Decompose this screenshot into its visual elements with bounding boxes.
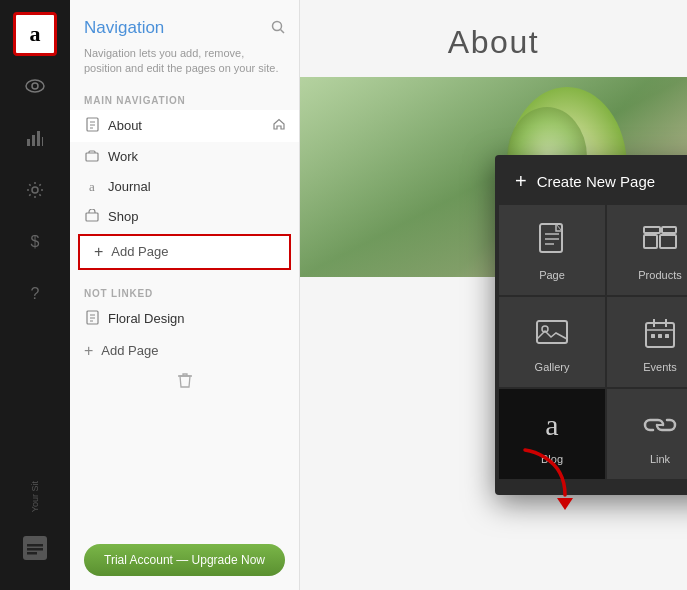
upgrade-button[interactable]: Trial Account — Upgrade Now [84,544,285,576]
add-page-button[interactable]: + Add Page [78,234,291,270]
nav-item-shop-label: Shop [108,209,138,224]
nav-header: Navigation [70,0,299,46]
svg-rect-14 [86,153,98,161]
add-page-lower-label: Add Page [101,343,158,358]
svg-rect-2 [27,139,30,146]
not-linked-label: NOT LINKED [70,282,299,303]
nav-item-journal-label: Journal [108,179,151,194]
create-new-page-popup: + Create New Page Page [495,155,687,495]
navigation-panel: Navigation Navigation lets you add, remo… [70,0,300,590]
popup-grid: Page Products [495,205,687,479]
help-icon[interactable]: ? [13,272,57,316]
shop-icon [84,209,100,225]
popup-item-blog-label: Blog [541,453,563,465]
nav-item-floral-label: Floral Design [108,311,185,326]
nav-title: Navigation [84,18,164,38]
popup-item-link[interactable]: Link [607,389,687,479]
svg-rect-19 [660,235,676,248]
popup-item-products[interactable]: Products [607,205,687,295]
svg-rect-20 [644,227,660,233]
popup-item-link-label: Link [650,453,670,465]
svg-line-12 [281,30,285,34]
svg-point-11 [273,22,282,31]
add-page-label: Add Page [111,244,168,259]
floral-page-icon [84,310,100,328]
popup-item-products-label: Products [638,269,681,281]
plus-icon: + [94,243,103,261]
popup-item-gallery[interactable]: Gallery [499,297,605,387]
svg-rect-28 [658,334,662,338]
svg-rect-3 [32,135,35,146]
main-nav-label: MAIN NAVIGATION [70,89,299,110]
popup-item-page[interactable]: Page [499,205,605,295]
nav-item-about[interactable]: About [70,110,299,142]
nav-item-journal[interactable]: a Journal [70,172,299,202]
main-content: About + Create New Page [300,0,687,590]
dark-sidebar: a $ ? Your Sit [0,0,70,590]
add-page-lower-button[interactable]: + Add Page [70,335,299,367]
svg-rect-17 [540,224,562,252]
eye-icon[interactable] [13,64,57,108]
site-label[interactable]: Your Sit [30,481,40,512]
search-icon[interactable] [271,20,285,37]
popup-title: Create New Page [537,173,655,190]
popup-item-events-label: Events [643,361,677,373]
gallery-type-icon [534,315,570,351]
journal-icon: a [84,179,100,195]
nav-item-work[interactable]: Work [70,142,299,172]
popup-item-page-label: Page [539,269,565,281]
home-icon [273,118,285,133]
nav-item-floral-design[interactable]: Floral Design [70,303,299,335]
svg-marker-34 [557,498,573,510]
svg-rect-27 [651,334,655,338]
svg-point-0 [26,80,44,92]
nav-description: Navigation lets you add, remove, positio… [70,46,299,89]
popup-header: + Create New Page [495,155,687,205]
svg-rect-29 [665,334,669,338]
page-type-icon [534,223,570,259]
svg-point-6 [32,187,38,193]
products-type-icon [642,223,678,259]
plus-lower-icon: + [84,342,93,360]
svg-rect-18 [644,235,657,248]
events-type-icon [642,315,678,351]
settings-icon[interactable] [13,168,57,212]
nav-item-about-label: About [108,118,142,133]
svg-rect-9 [27,548,43,551]
svg-rect-4 [37,131,40,146]
page-icon [84,117,100,135]
link-type-icon [642,407,678,443]
user-avatar[interactable]: a [13,12,57,56]
svg-rect-22 [537,321,567,343]
popup-item-events[interactable]: Events [607,297,687,387]
popup-plus-icon: + [515,171,527,191]
squarespace-logo[interactable] [13,526,57,570]
popup-item-gallery-label: Gallery [535,361,570,373]
page-title: About [300,0,687,77]
dollar-icon[interactable]: $ [13,220,57,264]
nav-item-work-label: Work [108,149,138,164]
nav-item-shop[interactable]: Shop [70,202,299,232]
svg-rect-10 [27,552,37,555]
delete-icon[interactable] [177,371,193,393]
work-icon [84,149,100,165]
blog-type-icon: a [534,407,570,443]
svg-rect-15 [86,213,98,221]
svg-rect-8 [27,544,43,547]
popup-item-blog[interactable]: a Blog [499,389,605,479]
svg-rect-5 [42,137,43,146]
svg-point-1 [32,83,38,89]
svg-rect-21 [662,227,676,233]
analytics-icon[interactable] [13,116,57,160]
